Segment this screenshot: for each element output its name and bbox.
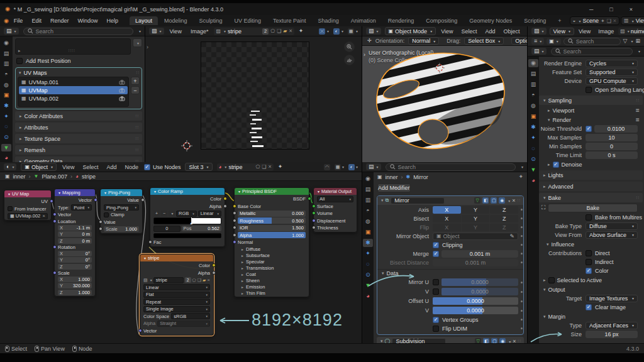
flip-y-toggle[interactable]: Y <box>462 224 490 231</box>
indirect-checkbox[interactable]: ✓ <box>586 259 592 265</box>
properties-tab-icon[interactable]: ◌ <box>528 145 538 153</box>
menu-item[interactable]: Object <box>502 28 521 35</box>
value-slider[interactable]: Roughness0.500 <box>238 217 306 224</box>
math-operation-dropdown[interactable]: Ping-Pong <box>104 204 139 211</box>
image-selector[interactable]: ▨▾ stripe 2 ⬠ ❏ ▰ × <box>214 28 294 35</box>
properties-tab-icon[interactable]: ▥ <box>1 60 11 68</box>
socket-scale-input[interactable] <box>99 227 103 231</box>
workspace-tab[interactable]: + <box>552 16 567 25</box>
image-name-field[interactable]: stripe <box>153 277 184 283</box>
margin-type-dropdown[interactable]: Adjacent Faces <box>586 322 638 329</box>
editor-type-button[interactable]: ▤▾ <box>531 48 547 55</box>
properties-tab-icon[interactable]: ✱ <box>363 239 373 247</box>
view-from-dropdown[interactable]: Above Surface <box>586 231 638 239</box>
vector-component-field[interactable]: Y0° <box>58 257 92 263</box>
stop-index-field[interactable]: 0 <box>153 226 180 232</box>
drag-grip-icon[interactable]: ∷ <box>636 98 640 103</box>
properties-tab-icon[interactable]: ◓ <box>1 70 11 79</box>
collapsed-panel-header[interactable]: ▸ Color Attributes ∷ <box>15 111 142 121</box>
bisect-distance-field[interactable]: 0.001 m <box>433 259 518 266</box>
axis-y-toggle[interactable]: Y <box>462 206 490 214</box>
show-on-cage-toggle[interactable]: ▽ <box>474 197 480 204</box>
image-option-dropdown[interactable]: Repeat <box>143 299 210 305</box>
socket-rotation-input[interactable] <box>53 245 57 249</box>
socket-color-output[interactable] <box>223 197 227 200</box>
image-canvas[interactable] <box>201 41 309 150</box>
show-in-editmode-toggle[interactable]: ◧ <box>482 197 489 204</box>
alpha-mode-dropdown[interactable]: Straight <box>157 321 210 327</box>
workspace-tab[interactable]: UV Editing <box>229 16 267 25</box>
properties-tab-icon[interactable]: ▣ <box>528 112 538 121</box>
chevron-down-icon[interactable]: ▾ <box>638 49 640 53</box>
image-option-dropdown[interactable]: Linear <box>143 284 210 290</box>
image-option-dropdown[interactable]: Single Image <box>143 306 210 312</box>
properties-tab-icon[interactable]: ▥ <box>363 196 373 204</box>
show-on-cage-toggle[interactable]: ▽ <box>475 338 481 343</box>
editor-type-button[interactable]: ▨▾ <box>149 28 164 35</box>
menu-item[interactable]: Window <box>76 18 99 24</box>
mirror-object-field[interactable]: ▣ Object ✎ <box>433 233 518 240</box>
mirror-modifier-header[interactable]: ▾ ⧉ Mirror ▽ ◧ ▢ ◉ ▾ × ∷ <box>377 196 523 205</box>
chevron-down-icon[interactable]: ▾ <box>139 29 141 33</box>
workspace-tab[interactable]: Animation <box>345 16 382 25</box>
uv-map-select-field[interactable]: ▦UVMap.002× <box>8 213 48 219</box>
pin-icon[interactable]: ✦ <box>601 18 605 24</box>
interpolation-dropdown[interactable]: Linear <box>198 211 221 217</box>
workspace-tab[interactable]: Layout <box>130 16 158 25</box>
uv-map-list-item[interactable]: ▦ UVMap <box>19 86 128 94</box>
mirror-u-checkbox[interactable]: ✓ <box>433 279 439 285</box>
display-channels-toggle[interactable]: ▦▾ <box>348 28 358 35</box>
socket-fac-input[interactable] <box>148 240 152 244</box>
collapsed-panel-header[interactable]: ▸ Geometry Data ∷ <box>15 156 142 162</box>
socket-bsdf-output[interactable] <box>308 197 311 200</box>
properties-tab-icon[interactable]: ◕ <box>1 154 11 162</box>
properties-tab-icon[interactable]: ◍ <box>1 81 11 89</box>
value-field[interactable]: 0 s <box>586 151 638 159</box>
value-field[interactable]: 0 <box>586 143 638 150</box>
color-checkbox[interactable]: ✓ <box>586 268 592 274</box>
properties-tab-icon[interactable]: ✦ <box>528 134 538 142</box>
properties-tab-icon[interactable]: ◌ <box>1 123 11 131</box>
scale-field[interactable]: Scale1.000 <box>104 226 139 232</box>
properties-tab-icon[interactable]: ◍ <box>363 217 373 226</box>
editor-type-button[interactable]: ▤▾ <box>4 28 19 35</box>
vector-component-field[interactable]: Y0 m <box>58 231 92 237</box>
value-slider[interactable]: Metallic0.000 <box>238 211 306 217</box>
menu-item[interactable]: Select <box>460 28 479 35</box>
properties-tab-icon[interactable]: ▣ <box>363 228 373 236</box>
drag-grip-icon[interactable]: ∷ <box>636 195 640 200</box>
gizmos-toggle[interactable]: ⤫▾ <box>319 28 329 35</box>
node-uv-map[interactable]: ▾UV Map UV ✓From Instancer ▦UVMap.002× <box>4 190 52 221</box>
merge-checkbox[interactable]: ✓ <box>433 251 439 257</box>
properties-tab-icon[interactable]: ✱ <box>1 102 11 110</box>
orientation-dropdown[interactable]: Normal <box>408 37 439 45</box>
bsdf-section-row[interactable]: ▸ Sheen <box>238 278 306 283</box>
selected-to-active-checkbox[interactable]: ✓ <box>548 277 555 283</box>
workspace-tab[interactable]: Shading <box>313 16 345 25</box>
mirror-u-slider[interactable]: 0.0000 <box>441 278 518 286</box>
menu-item[interactable]: Render <box>49 18 70 24</box>
margin-subpanel[interactable]: ▾ Margin <box>539 312 643 321</box>
add-modifier-button[interactable]: + Add Modifier <box>377 184 411 192</box>
view-layer-selector[interactable]: ▥▾ ViewLayer ❏ × <box>621 16 644 25</box>
denoise-checkbox[interactable]: ✓ <box>553 162 559 168</box>
editor-type-button[interactable]: ▤▾ <box>366 163 381 170</box>
socket-vector-input[interactable] <box>138 329 142 332</box>
editor-type-button[interactable]: ▧▾ <box>366 28 381 35</box>
menu-item[interactable]: File <box>13 18 25 24</box>
drag-grip-icon[interactable]: ∷ <box>136 125 139 130</box>
properties-tab-icon[interactable]: ◉ <box>363 175 373 183</box>
vector-component-field[interactable]: Z0 m <box>58 238 92 244</box>
node-ping-pong[interactable]: ▾Ping-Pong Value Ping-Pong ✓Clamp Value … <box>100 189 143 234</box>
specials-dropdown-button[interactable]: ▾ <box>133 38 142 47</box>
bisect-x-toggle[interactable]: X <box>433 215 461 222</box>
workspace-tab[interactable]: Rendering <box>382 16 420 25</box>
vector-component-field[interactable]: X-1.1 m <box>58 225 92 231</box>
margin-size-field[interactable]: 16 px <box>586 331 638 338</box>
socket-alpha-output[interactable] <box>223 204 227 208</box>
bsdf-section-row[interactable]: ▸ Emission <box>238 284 306 290</box>
resize-corner-icon[interactable]: ▸ <box>18 48 21 53</box>
sidebar-expand-handle[interactable]: › <box>147 44 148 50</box>
panel-expand-icon[interactable]: ▾ <box>19 70 21 75</box>
mirror-v-slider[interactable]: 0.0000 <box>441 288 518 295</box>
